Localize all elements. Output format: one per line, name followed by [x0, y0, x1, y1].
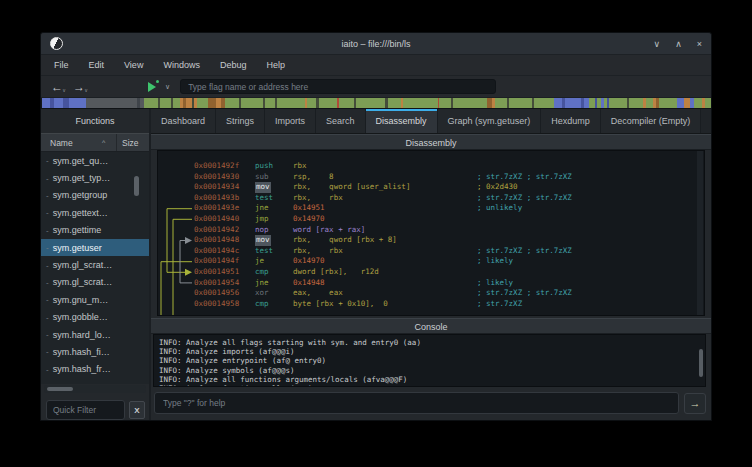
- function-list-item[interactable]: -sym.gettime: [41, 222, 149, 239]
- disassembly-line[interactable]: 0x0001493ejne0x14951; unlikely: [194, 203, 696, 214]
- hscrollbar-thumb[interactable]: [47, 387, 73, 391]
- instruction-operands: dword [rbx], r12d: [293, 267, 477, 278]
- console-command-input[interactable]: [154, 392, 679, 414]
- function-name: sym.getgroup: [53, 190, 108, 200]
- memory-map-bar[interactable]: [41, 98, 711, 109]
- instruction-operands: rbx, rbx: [293, 246, 477, 257]
- memory-map-segment: [42, 98, 50, 108]
- instruction-operands: word [rax + rax]: [293, 225, 477, 236]
- instruction-comment: ; str.7zXZ ; str.7zXZ: [477, 288, 572, 299]
- disassembly-line[interactable]: 0x0001494ctestrbx, rbx; str.7zXZ ; str.7…: [194, 246, 696, 257]
- column-name[interactable]: Name: [41, 138, 102, 148]
- menu-item-windows[interactable]: Windows: [153, 55, 210, 75]
- play-icon: [148, 82, 156, 92]
- console-log-line: INFO: Analyze all functions arguments/lo…: [159, 375, 705, 384]
- functions-panel-title: Functions: [41, 109, 149, 133]
- quick-filter-input[interactable]: [46, 400, 125, 420]
- function-list-item[interactable]: -sym.hash_fr…: [41, 361, 149, 378]
- function-list-item[interactable]: -sym.gl_scrat…: [41, 256, 149, 273]
- function-list-item[interactable]: -sym.gettext…: [41, 204, 149, 221]
- tree-tick-icon: -: [46, 174, 49, 183]
- menu-item-debug[interactable]: Debug: [210, 55, 257, 75]
- disassembly-view[interactable]: 0x0001492fpushrbx0x00014930subrsp, 8; st…: [157, 150, 705, 316]
- debug-badge-icon: [156, 80, 159, 83]
- function-list-item[interactable]: -sym.get_qu…: [41, 152, 149, 169]
- instruction-address: 0x00014954: [194, 278, 255, 289]
- disassembly-line[interactable]: 0x00014940jmp0x14970: [194, 214, 696, 225]
- forward-button[interactable]: →∨: [73, 80, 85, 94]
- disassembly-line[interactable]: 0x0001493btestrbx, rbx; str.7zXZ ; str.7…: [194, 193, 696, 204]
- instruction-operands: rbx, qword [rbx + 8]: [293, 235, 477, 246]
- disassembly-line[interactable]: 0x00014956xoreax, eax; str.7zXZ ; str.7z…: [194, 288, 696, 299]
- debug-start-button[interactable]: [147, 81, 159, 93]
- jump-arrow-head-icon: [185, 237, 192, 244]
- functions-column-header[interactable]: Name ^ Size: [41, 133, 149, 152]
- clear-filter-button[interactable]: X: [129, 401, 145, 419]
- disassembly-line[interactable]: 0x0001492fpushrbx: [194, 161, 696, 172]
- menu-item-edit[interactable]: Edit: [79, 55, 115, 75]
- tab-disassembly[interactable]: Disassembly: [366, 109, 438, 133]
- disassembly-line[interactable]: 0x0001494fje0x14970; likely: [194, 256, 696, 267]
- function-list-item[interactable]: -sym.gnu_m…: [41, 291, 149, 308]
- memory-map-segment: [388, 98, 401, 108]
- disassembly-panel-title: Disassembly: [151, 134, 711, 150]
- function-list-item[interactable]: -sym.hard_lo…: [41, 326, 149, 343]
- maximize-button[interactable]: ∧: [675, 34, 682, 54]
- instruction-address: 0x0001493e: [194, 203, 255, 214]
- title-bar[interactable]: iaito – file:///bin/ls ∨ ∧ ×: [41, 33, 711, 55]
- back-button[interactable]: ←∨: [51, 80, 63, 94]
- console-submit-button[interactable]: →: [684, 393, 706, 414]
- disassembly-panel: Disassembly 0x0001492fpushrbx0x00014930s…: [151, 134, 711, 318]
- debug-options-dropdown-icon[interactable]: ∨: [165, 83, 170, 91]
- console-log[interactable]: INFO: Analyze all flags starting with sy…: [153, 334, 706, 387]
- disassembly-line[interactable]: 0x00014958cmpbyte [rbx + 0x10], 0; str.7…: [194, 299, 696, 310]
- function-list-item[interactable]: -sym.hash_fi…: [41, 343, 149, 360]
- function-list-item[interactable]: -sym.gl_scrat…: [41, 274, 149, 291]
- tree-tick-icon: -: [46, 313, 49, 322]
- menu-item-help[interactable]: Help: [256, 55, 295, 75]
- tab-hexdump[interactable]: Hexdump: [541, 109, 601, 133]
- function-list-item[interactable]: -sym.gobble…: [41, 309, 149, 326]
- function-list-item[interactable]: -sym.getgroup: [41, 187, 149, 204]
- quick-filter-row: X: [41, 394, 149, 420]
- memory-map-segment: [160, 98, 171, 108]
- flag-search-input[interactable]: [180, 79, 496, 94]
- instruction-comment: ; unlikely: [477, 203, 522, 214]
- instruction-comment: ; likely: [477, 278, 513, 289]
- disassembly-line[interactable]: 0x00014951cmpdword [rbx], r12d: [194, 267, 696, 278]
- tab-decompiler-empty[interactable]: Decompiler (Empty): [601, 109, 702, 133]
- jump-arrows: [158, 151, 194, 315]
- disassembly-line[interactable]: 0x00014930subrsp, 8; str.7zXZ ; str.7zXZ: [194, 172, 696, 183]
- tab-dashboard[interactable]: Dashboard: [151, 109, 216, 133]
- instruction-operands: rbx, rbx: [293, 193, 477, 204]
- disassembly-scrollbar[interactable]: [697, 151, 703, 315]
- disassembly-line[interactable]: 0x00014934movrbx, qword [user_alist]; 0x…: [194, 182, 696, 193]
- menu-item-file[interactable]: File: [44, 55, 79, 75]
- disassembly-line[interactable]: 0x00014942nopword [rax + rax]: [194, 225, 696, 236]
- memory-map-segment: [509, 98, 532, 108]
- function-list-item[interactable]: -sym.get_typ…: [41, 169, 149, 186]
- memory-map-segment: [197, 98, 208, 108]
- minimize-button[interactable]: ∨: [654, 34, 661, 54]
- instruction-operands: byte [rbx + 0x10], 0: [293, 299, 477, 310]
- function-name: sym.getuser: [53, 243, 102, 253]
- memory-map-segment: [339, 98, 354, 108]
- disassembly-line[interactable]: 0x00014954jne0x14948; likely: [194, 278, 696, 289]
- tree-tick-icon: -: [46, 243, 49, 252]
- close-button[interactable]: ×: [697, 34, 702, 54]
- disassembly-line[interactable]: 0x00014948movrbx, qword [rbx + 8]: [194, 235, 696, 246]
- menu-item-view[interactable]: View: [114, 55, 153, 75]
- function-list-scrollbar[interactable]: [134, 176, 139, 196]
- tree-tick-icon: -: [46, 365, 49, 374]
- tab-imports[interactable]: Imports: [265, 109, 316, 133]
- tab-graph-sym-getuser[interactable]: Graph (sym.getuser): [438, 109, 542, 133]
- function-list-hscrollbar[interactable]: [44, 385, 146, 393]
- memory-map-segment: [69, 98, 86, 108]
- function-list-item[interactable]: -sym.getuser: [41, 239, 149, 256]
- console-scrollbar[interactable]: [699, 349, 703, 377]
- tab-strings[interactable]: Strings: [216, 109, 265, 133]
- instruction-address: 0x0001493b: [194, 193, 255, 204]
- tab-search[interactable]: Search: [316, 109, 366, 133]
- column-size[interactable]: Size: [117, 138, 149, 148]
- desktop: iaito – file:///bin/ls ∨ ∧ × FileEditVie…: [0, 0, 752, 467]
